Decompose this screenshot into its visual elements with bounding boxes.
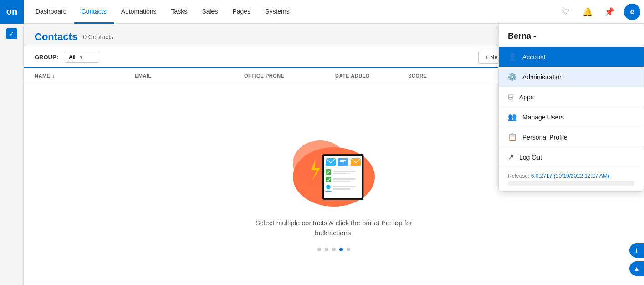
dropdown-account[interactable]: 👤 Account xyxy=(499,47,644,67)
manage-users-icon: 👥 xyxy=(508,113,517,121)
svg-rect-15 xyxy=(326,177,331,182)
nav-systems[interactable]: Systems xyxy=(258,0,297,24)
contacts-count: 0 Contacts xyxy=(83,33,113,41)
group-select[interactable]: All ▼ xyxy=(64,52,100,63)
svg-rect-14 xyxy=(333,173,350,174)
svg-rect-17 xyxy=(333,181,350,182)
account-icon: 👤 xyxy=(508,52,517,61)
svg-rect-19 xyxy=(333,186,356,187)
group-label: GROUP: xyxy=(35,54,58,61)
dropdown-personal-profile[interactable]: 📋 Personal Profile xyxy=(499,127,644,147)
dot-3[interactable] xyxy=(332,248,336,251)
empty-state-text: Select multiple contacts & click the bar… xyxy=(256,218,412,238)
logout-icon: ↗ xyxy=(508,153,514,161)
nav-dashboard[interactable]: Dashboard xyxy=(28,0,74,24)
row-check-sidebar: ✓ xyxy=(0,24,24,285)
svg-point-18 xyxy=(326,185,331,189)
col-name-header[interactable]: NAME ↓ xyxy=(35,73,135,78)
dropdown-apps[interactable]: ⊞ Apps xyxy=(499,87,644,107)
dot-1[interactable] xyxy=(317,248,321,251)
apps-icon: ⊞ xyxy=(508,93,514,101)
empty-illustration xyxy=(284,118,384,209)
dropdown-user-name: Berna - xyxy=(499,24,644,47)
col-email-header: EMAIL xyxy=(135,73,244,78)
svg-rect-20 xyxy=(333,188,350,190)
dropdown-administration[interactable]: ⚙️ Administration xyxy=(499,67,644,87)
svg-rect-12 xyxy=(326,169,331,175)
carousel-dots xyxy=(317,248,350,251)
dropdown-footer: Release: 6.0.2717 (10/19/2022 12:27 AM) xyxy=(499,167,644,191)
nav-links: Dashboard Contacts Automations Tasks Sal… xyxy=(24,0,558,23)
scroll-button[interactable]: ▲ xyxy=(629,261,644,276)
nav-pages[interactable]: Pages xyxy=(225,0,258,24)
administration-icon: ⚙️ xyxy=(508,73,517,81)
col-date-header: DATE ADDED xyxy=(335,73,408,78)
svg-rect-13 xyxy=(333,171,356,172)
page-title: Contacts xyxy=(35,31,77,43)
notifications-icon[interactable]: 🔔 xyxy=(580,5,595,19)
dropdown-manage-users[interactable]: 👥 Manage Users xyxy=(499,107,644,127)
nav-icons: ♡ 🔔 📌 e xyxy=(558,4,644,20)
nav-automations[interactable]: Automations xyxy=(114,0,164,24)
sort-arrow-icon: ↓ xyxy=(52,73,55,78)
personal-profile-icon: 📋 xyxy=(508,133,517,141)
svg-rect-16 xyxy=(333,178,356,180)
dot-5[interactable] xyxy=(347,248,350,251)
pin-icon[interactable]: 📌 xyxy=(602,5,617,19)
dropdown-logout[interactable]: ↗ Log Out xyxy=(499,147,644,167)
col-phone-header: OFFICE PHONE xyxy=(244,73,335,78)
select-all-checkbox[interactable]: ✓ xyxy=(6,28,17,39)
top-navigation: on Dashboard Contacts Automations Tasks … xyxy=(0,0,644,24)
release-version-link[interactable]: 6.0.2717 (10/19/2022 12:27 AM) xyxy=(531,173,609,179)
favorites-icon[interactable]: ♡ xyxy=(558,5,573,19)
dot-2[interactable] xyxy=(325,248,328,251)
col-score-header: SCORE xyxy=(408,73,454,78)
svg-rect-9 xyxy=(340,161,344,162)
dot-4[interactable] xyxy=(339,248,343,251)
account-dropdown: Berna - 👤 Account ⚙️ Administration ⊞ Ap… xyxy=(498,24,644,192)
nav-tasks[interactable]: Tasks xyxy=(164,0,195,24)
app-logo[interactable]: on xyxy=(0,0,24,24)
svg-rect-8 xyxy=(340,160,346,161)
user-avatar[interactable]: e xyxy=(624,4,640,20)
chevron-down-icon: ▼ xyxy=(79,55,83,60)
nav-sales[interactable]: Sales xyxy=(194,0,225,24)
nav-contacts[interactable]: Contacts xyxy=(74,0,114,24)
info-button[interactable]: i xyxy=(629,243,644,258)
